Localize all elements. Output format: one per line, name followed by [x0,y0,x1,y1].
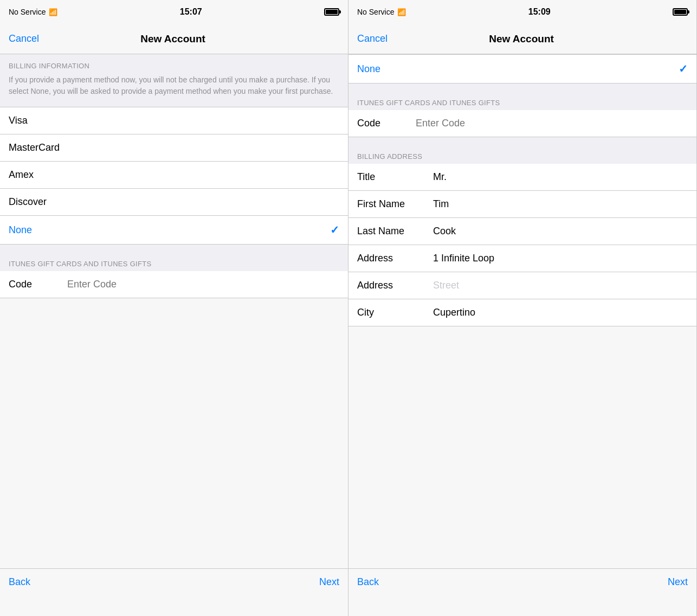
billing-info-box: BILLING INFORMATION If you provide a pay… [0,54,348,107]
back-button-right[interactable]: Back [357,576,379,588]
next-button-left[interactable]: Next [319,576,339,588]
section-gap-right-1 [348,84,696,93]
content-left: BILLING INFORMATION If you provide a pay… [0,54,348,568]
battery-fill-right [674,10,686,14]
none-checkmark-left: ✓ [330,223,339,236]
first-name-row[interactable]: First Name Tim [348,191,696,218]
nav-title-left: New Account [140,33,205,45]
no-service-label-left: No Service [9,8,46,16]
back-button-left[interactable]: Back [9,576,30,588]
city-label: City [357,307,433,318]
battery-fill-left [326,10,338,14]
status-bar-right: No Service 📶 15:09 [348,0,696,24]
status-right-left [324,8,339,16]
none-label-left: None [9,224,32,236]
none-selected-label: None [357,63,380,75]
billing-info-text: If you provide a payment method now, you… [9,74,339,97]
time-right: 15:09 [528,7,551,17]
cancel-button-left[interactable]: Cancel [9,33,39,44]
last-name-label: Last Name [357,226,433,237]
last-name-row[interactable]: Last Name Cook [348,218,696,245]
code-input-row-left: Code [0,271,348,298]
gift-cards-header-left: ITUNES GIFT CARDS AND ITUNES GIFTS [0,254,348,271]
city-value: Cupertino [433,307,475,318]
last-name-value: Cook [433,226,456,237]
title-value: Mr. [433,171,447,183]
nav-bar-right: Cancel New Account [348,24,696,54]
time-left: 15:07 [180,7,202,17]
discover-option[interactable]: Discover [0,189,348,216]
code-input-row-right: Code [348,110,696,137]
mastercard-label: MasterCard [9,142,60,153]
title-label: Title [357,171,433,183]
left-screen: No Service 📶 15:07 Cancel New Account BI… [0,0,348,616]
gift-cards-header-right: ITUNES GIFT CARDS AND ITUNES GIFTS [348,93,696,110]
first-name-value: Tim [433,198,449,210]
nav-title-right: New Account [489,33,554,45]
discover-label: Discover [9,196,47,208]
status-bar-left: No Service 📶 15:07 [0,0,348,24]
code-input-right[interactable] [411,118,688,129]
battery-icon-left [324,8,339,16]
payment-options-list: Visa MasterCard Amex Discover None ✓ [0,107,348,245]
code-label-left: Code [9,279,63,290]
code-label-right: Code [357,118,411,129]
visa-option[interactable]: Visa [0,107,348,134]
no-service-label-right: No Service [357,8,394,16]
section-gap-left [0,245,348,254]
city-row[interactable]: City Cupertino [348,299,696,326]
address2-value: Street [433,280,459,291]
code-input-left[interactable] [63,279,339,290]
visa-label: Visa [9,115,28,126]
address1-value: 1 Infinite Loop [433,253,494,264]
toolbar-right: Back Next [348,568,696,616]
status-left-right: No Service 📶 [357,8,406,16]
nav-bar-left: Cancel New Account [0,24,348,54]
status-left-left: No Service 📶 [9,8,57,16]
address2-label: Address [357,280,433,291]
title-row[interactable]: Title Mr. [348,164,696,191]
wifi-icon-right: 📶 [397,8,406,16]
address2-row[interactable]: Address Street [348,272,696,299]
first-name-label: First Name [357,198,433,210]
billing-address-header: BILLING ADDRESS [348,147,696,164]
mastercard-option[interactable]: MasterCard [0,134,348,162]
toolbar-left: Back Next [0,568,348,616]
status-right-right [673,8,688,16]
section-gap-right-2 [348,137,696,147]
content-right: None ✓ ITUNES GIFT CARDS AND ITUNES GIFT… [348,54,696,568]
right-screen: No Service 📶 15:09 Cancel New Account No… [348,0,697,616]
address1-row[interactable]: Address 1 Infinite Loop [348,245,696,272]
amex-option[interactable]: Amex [0,162,348,189]
none-selected-row[interactable]: None ✓ [348,54,696,84]
none-selected-checkmark: ✓ [679,62,688,75]
amex-label: Amex [9,169,34,181]
battery-icon-right [673,8,688,16]
next-button-right[interactable]: Next [668,576,688,588]
wifi-icon-left: 📶 [49,8,57,16]
billing-info-header: BILLING INFORMATION [9,62,339,70]
none-option-left[interactable]: None ✓ [0,216,348,244]
address1-label: Address [357,253,433,264]
cancel-button-right[interactable]: Cancel [357,33,388,44]
